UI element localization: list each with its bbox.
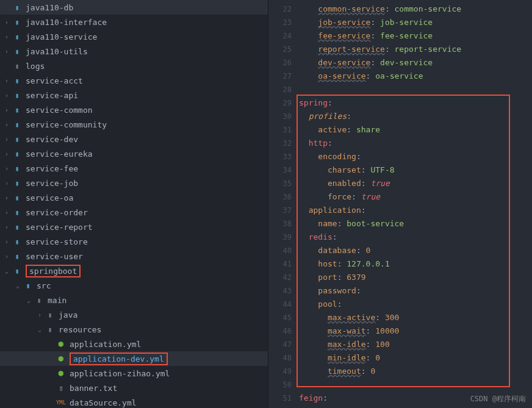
code-line[interactable]	[299, 378, 532, 392]
code-line[interactable]: profiles:	[299, 110, 532, 123]
line-number: 40	[268, 244, 292, 257]
tree-item-java110-interface[interactable]: ›▮java110-interface	[0, 15, 268, 29]
code-line[interactable]	[299, 83, 532, 96]
code-line[interactable]: password:	[299, 284, 532, 298]
folder-icon: ▮	[45, 324, 55, 334]
tree-item-label: banner.txt	[70, 384, 117, 393]
tree-item-service-acct[interactable]: ›▮service-acct	[0, 73, 268, 88]
tree-item-service-user[interactable]: ›▮service-user	[0, 249, 268, 263]
code-line[interactable]: job-service: job-service	[299, 16, 532, 29]
code-line[interactable]: host: 127.0.0.1	[299, 257, 532, 271]
expand-arrow-icon[interactable]: ›	[5, 121, 12, 128]
expand-arrow-icon[interactable]: ›	[5, 165, 12, 172]
expand-arrow-icon[interactable]: ›	[5, 48, 12, 55]
code-line[interactable]: common-service: common-service	[299, 2, 532, 16]
tree-item-service-eureka[interactable]: ›▮service-eureka	[0, 146, 268, 161]
code-line[interactable]: database: 0	[299, 244, 532, 257]
code-line[interactable]: force: true	[299, 190, 532, 204]
file-icon: ▯	[56, 383, 66, 393]
expand-arrow-icon[interactable]: ›	[5, 77, 12, 84]
tree-item-main[interactable]: ⌄▮main	[0, 293, 268, 307]
tree-item-label: main	[48, 296, 66, 305]
code-line[interactable]: max-wait: 10000	[299, 324, 532, 338]
tree-item-label: java110-service	[26, 32, 97, 41]
code-line[interactable]: report-service: report-service	[299, 43, 532, 56]
line-number: 43	[268, 284, 292, 298]
tree-item-java110-utils[interactable]: ›▮java110-utils	[0, 44, 268, 59]
expand-arrow-icon[interactable]: ›	[5, 238, 12, 245]
tree-item-logs[interactable]: ▮logs	[0, 59, 268, 73]
code-line[interactable]: min-idle: 0	[299, 351, 532, 365]
code-line[interactable]: enabled: true	[299, 177, 532, 190]
code-line[interactable]: dev-service: dev-service	[299, 56, 532, 70]
code-editor[interactable]: 2223242526272829303132333435363738394041…	[268, 0, 532, 408]
tree-item-label: service-acct	[26, 76, 83, 85]
code-content[interactable]: common-service: common-service job-servi…	[299, 0, 532, 408]
expand-arrow-icon[interactable]: ›	[5, 34, 12, 40]
code-line[interactable]: timeout: 0	[299, 365, 532, 378]
tree-item-src[interactable]: ⌄▮src	[0, 278, 268, 293]
code-line[interactable]: max-idle: 100	[299, 338, 532, 351]
expand-arrow-icon[interactable]: ⌄	[38, 326, 45, 333]
code-line[interactable]: port: 6379	[299, 271, 532, 284]
expand-arrow-icon[interactable]: ›	[5, 136, 12, 143]
expand-arrow-icon[interactable]: ›	[38, 312, 45, 318]
tree-item-service-store[interactable]: ›▮service-store	[0, 234, 268, 249]
tree-item-service-job[interactable]: ›▮service-job	[0, 176, 268, 190]
code-line[interactable]: pool:	[299, 298, 532, 311]
tree-item-resources[interactable]: ⌄▮resources	[0, 322, 268, 337]
folder-icon: ▮	[12, 207, 22, 217]
tree-item-label: java110-utils	[26, 47, 88, 56]
code-line[interactable]: name: boot-service	[299, 217, 532, 231]
expand-arrow-icon[interactable]: ›	[5, 180, 12, 187]
line-number: 47	[268, 338, 292, 351]
expand-arrow-icon[interactable]: ›	[5, 107, 12, 113]
tree-item-service-api[interactable]: ›▮service-api	[0, 88, 268, 102]
tree-item-java110-service[interactable]: ›▮java110-service	[0, 29, 268, 44]
code-line[interactable]: max-active: 300	[299, 311, 532, 324]
line-gutter: 2223242526272829303132333435363738394041…	[268, 0, 299, 408]
expand-arrow-icon[interactable]: ⌄	[16, 282, 23, 289]
tree-item-application-dev-yml[interactable]: ⬢application-dev.yml	[0, 351, 268, 366]
expand-arrow-icon[interactable]: ›	[5, 195, 12, 201]
expand-arrow-icon[interactable]: ›	[5, 224, 12, 231]
code-line[interactable]: charset: UTF-8	[299, 163, 532, 177]
code-line[interactable]: oa-service: oa-service	[299, 70, 532, 83]
tree-item-service-dev[interactable]: ›▮service-dev	[0, 132, 268, 146]
tree-item-service-order[interactable]: ›▮service-order	[0, 205, 268, 220]
tree-item-datasource-yml[interactable]: YMLdataSource.yml	[0, 395, 268, 408]
code-line[interactable]: redis:	[299, 231, 532, 244]
tree-item-application-yml[interactable]: ⬢application.yml	[0, 337, 268, 351]
tree-item-banner-txt[interactable]: ▯banner.txt	[0, 381, 268, 395]
folder-icon: ▮	[12, 178, 22, 188]
code-line[interactable]: http:	[299, 137, 532, 150]
expand-arrow-icon[interactable]: ›	[5, 253, 12, 260]
line-number: 25	[268, 43, 292, 56]
expand-arrow-icon[interactable]: ⌄	[5, 268, 12, 274]
tree-item-service-common[interactable]: ›▮service-common	[0, 102, 268, 117]
tree-item-application-zihao-yml[interactable]: ⬢application-zihao.yml	[0, 366, 268, 381]
line-number: 42	[268, 271, 292, 284]
tree-item-java[interactable]: ›▮java	[0, 307, 268, 322]
expand-arrow-icon[interactable]: ›	[5, 19, 12, 26]
project-tree-sidebar[interactable]: ▮java110-db›▮java110-interface›▮java110-…	[0, 0, 268, 408]
code-line[interactable]: application:	[299, 204, 532, 217]
tree-item-service-fee[interactable]: ›▮service-fee	[0, 161, 268, 176]
expand-arrow-icon[interactable]: ›	[5, 209, 12, 216]
code-line[interactable]: fee-service: fee-service	[299, 29, 532, 43]
tree-item-springboot[interactable]: ⌄▮springboot	[0, 263, 268, 278]
tree-item-label: service-job	[26, 179, 78, 188]
tree-item-java110-db[interactable]: ▮java110-db	[0, 0, 268, 15]
expand-arrow-icon[interactable]: ›	[5, 92, 12, 99]
folder-icon: ▮	[12, 163, 22, 173]
code-line[interactable]: active: share	[299, 123, 532, 137]
tree-item-service-report[interactable]: ›▮service-report	[0, 220, 268, 234]
tree-item-service-community[interactable]: ›▮service-community	[0, 117, 268, 132]
tree-item-service-oa[interactable]: ›▮service-oa	[0, 190, 268, 205]
code-line[interactable]: encoding:	[299, 150, 532, 163]
expand-arrow-icon[interactable]: ⌄	[27, 297, 34, 304]
tree-item-label: java110-interface	[26, 18, 107, 27]
expand-arrow-icon[interactable]: ›	[5, 151, 12, 157]
code-line[interactable]: spring:	[299, 96, 532, 110]
yaml-icon: YML	[56, 398, 66, 407]
